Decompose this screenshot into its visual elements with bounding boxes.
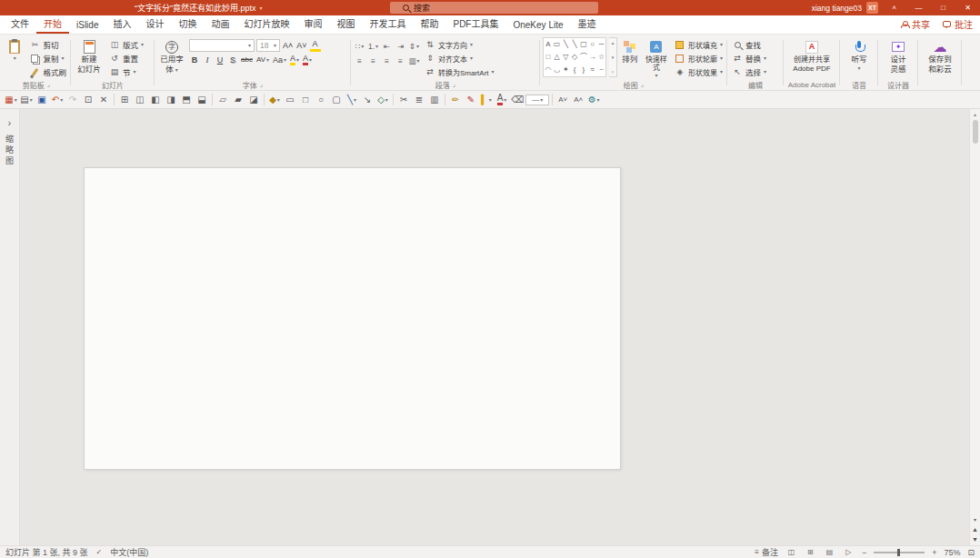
eraser-button[interactable]: ⌫ <box>510 93 525 107</box>
section-button[interactable]: ▤ 节 ▾ <box>107 65 145 78</box>
align-text-button[interactable]: ⇕ 对齐文本 ▾ <box>423 52 496 65</box>
duplicate-button[interactable]: ◪ <box>246 93 261 107</box>
tab-extra[interactable]: 墨迹 <box>571 14 604 34</box>
ribbon-display-options-button[interactable]: ˄ <box>882 0 906 15</box>
spell-check-icon[interactable]: ✓ <box>96 548 103 556</box>
shape-arc-down[interactable]: ◡ <box>554 66 560 74</box>
zoom-slider[interactable] <box>874 552 925 553</box>
shape-brace-left[interactable]: { <box>574 66 576 74</box>
new-slide-button[interactable]: 新建 幻灯片 <box>74 36 105 78</box>
align-right-objects-button[interactable]: ◨ <box>164 93 178 107</box>
tab-slideshow[interactable]: 幻灯片放映 <box>236 14 296 34</box>
title-dropdown-icon[interactable]: ▾ <box>260 5 263 11</box>
reset-button[interactable]: ↺ 重置 <box>107 52 145 65</box>
text-shadow-button[interactable]: S <box>227 54 238 65</box>
shape-star-4[interactable]: ✶ <box>563 66 569 74</box>
shrink-font-qat-button[interactable]: A˅ <box>555 93 570 107</box>
increase-indent-button[interactable]: ⇥ <box>395 40 406 52</box>
clipboard-dialog-launcher-icon[interactable]: ⌟ <box>47 81 50 88</box>
normal-view-button[interactable]: ◫ <box>785 548 797 556</box>
tab-file[interactable]: 文件 <box>4 14 36 34</box>
change-case-button[interactable]: Aa▾ <box>272 54 287 65</box>
tab-help[interactable]: 帮助 <box>413 14 445 34</box>
columns-button[interactable]: ▥▾ <box>408 55 420 66</box>
chart-button[interactable]: ≣ <box>412 93 426 107</box>
shape-rounded-rectangle[interactable]: ▢ <box>580 41 587 48</box>
oval-button[interactable]: ○ <box>314 93 328 107</box>
slide-layout-qat-button[interactable]: ◫ <box>133 93 147 107</box>
cut-button[interactable]: ✂ 剪切 <box>27 38 68 51</box>
fit-to-window-button[interactable]: ⊡ <box>967 548 975 557</box>
paste-button[interactable]: ▾ <box>5 36 25 78</box>
bullets-button[interactable]: ∷▾ <box>354 40 365 52</box>
comments-button[interactable]: 批注 <box>943 17 973 31</box>
shape-line-arrow[interactable]: ╲ <box>573 41 577 48</box>
quick-styles-button[interactable]: A 快速样式 ▾ <box>643 36 670 78</box>
zoom-out-button[interactable]: − <box>862 548 866 557</box>
shape-triangle[interactable]: △ <box>555 54 560 61</box>
font-dialog-launcher-icon[interactable]: ⌟ <box>260 81 263 88</box>
copy-object-button[interactable]: ▱ <box>215 93 230 107</box>
rounded-rectangle-button[interactable]: ▢ <box>329 93 344 107</box>
delete-button[interactable]: ✕ <box>96 93 111 107</box>
zoom-in-button[interactable]: + <box>932 548 936 557</box>
dictate-button[interactable]: 听写 ▾ <box>844 36 875 78</box>
tab-onekey-lite[interactable]: OneKey Lite <box>505 17 570 34</box>
redo-button[interactable]: ↷ <box>65 93 80 107</box>
rectangle-button[interactable]: □ <box>298 93 313 107</box>
shapes-more-icon[interactable]: ▿ <box>612 69 615 75</box>
tab-home[interactable]: 开始 <box>36 14 69 34</box>
zoom-level[interactable]: 75% <box>944 548 960 557</box>
share-button[interactable]: 共享 <box>901 17 930 31</box>
scroll-down-icon[interactable]: ▾ <box>974 516 976 523</box>
notes-toggle-button[interactable]: ≡ 备注 <box>755 546 778 558</box>
undo-button[interactable]: ↶▾ <box>50 93 65 107</box>
align-left-button[interactable]: ≡ <box>354 55 365 66</box>
scrollbar-thumb[interactable] <box>973 120 978 144</box>
align-center-button[interactable]: ≡ <box>367 55 379 66</box>
shape-effects-button[interactable]: ◈ 形状效果 ▾ <box>673 65 725 78</box>
shape-outline-button[interactable]: 形状轮廓 ▾ <box>673 52 725 65</box>
slideshow-button[interactable]: ▷ <box>843 548 855 556</box>
zoom-slider-thumb[interactable] <box>897 549 900 556</box>
shape-wave[interactable]: ≈ <box>591 66 595 74</box>
shape-oval[interactable]: ○ <box>590 41 595 48</box>
justify-button[interactable]: ≡ <box>395 55 406 66</box>
find-button[interactable]: 查找 <box>730 38 768 51</box>
shape-brace-right[interactable]: } <box>583 66 585 74</box>
fill-color-button[interactable]: ◆▾ <box>267 93 282 107</box>
arrange-button[interactable]: 排列 <box>620 36 640 78</box>
text-box-button[interactable]: ▭ <box>283 93 297 107</box>
arrow-button[interactable]: ↘ <box>360 93 375 107</box>
tab-design[interactable]: 设计 <box>138 14 171 34</box>
create-pdf-button[interactable]: A 创建并共享 Adobe PDF <box>786 36 837 78</box>
paste-options-button[interactable]: ▤▾ <box>19 93 34 107</box>
minimize-button[interactable]: — <box>906 0 931 15</box>
table-button[interactable]: ▥ <box>427 93 442 107</box>
drawing-dialog-launcher-icon[interactable]: ⌟ <box>641 81 644 88</box>
language-indicator[interactable]: 中文(中国) <box>110 546 148 558</box>
shape-arrow-right[interactable]: → <box>589 54 596 61</box>
text-highlight-button[interactable]: A▾ <box>289 54 300 65</box>
theme-colors-button[interactable]: ▦▾ <box>4 93 18 107</box>
italic-button[interactable]: I <box>202 54 213 65</box>
shape-text-box[interactable]: A <box>545 41 550 48</box>
font-color-qat-button[interactable]: A▾ <box>495 93 509 107</box>
shape-star[interactable]: ☆ <box>598 54 605 61</box>
tab-islide[interactable]: iSlide <box>69 17 105 34</box>
text-direction-button[interactable]: ⇅ 文字方向 ▾ <box>423 38 496 51</box>
pencil-button[interactable]: ✏ <box>448 93 463 107</box>
convert-to-smartart-button[interactable]: ⇄ 转换为SmartArt ▾ <box>423 65 496 78</box>
align-bottom-objects-button[interactable]: ⬓ <box>195 93 209 107</box>
previous-slide-button[interactable]: ▲ <box>972 526 978 533</box>
crop-button[interactable]: ✂ <box>396 93 411 107</box>
font-size-combobox[interactable]: 18 ▾ <box>256 39 280 52</box>
shape-line[interactable]: ╲ <box>564 41 568 48</box>
account-name[interactable]: xiang tiange03 <box>812 4 862 13</box>
tab-animations[interactable]: 动画 <box>204 14 236 34</box>
shape-fill-button[interactable]: 形状填充 ▾ <box>673 38 725 51</box>
paragraph-dialog-launcher-icon[interactable]: ⌟ <box>453 81 455 88</box>
shape-scribble[interactable]: ~ <box>599 66 604 74</box>
line-button[interactable]: ╲▾ <box>345 93 359 107</box>
layout-button[interactable]: ◫ 版式 ▾ <box>107 38 145 51</box>
